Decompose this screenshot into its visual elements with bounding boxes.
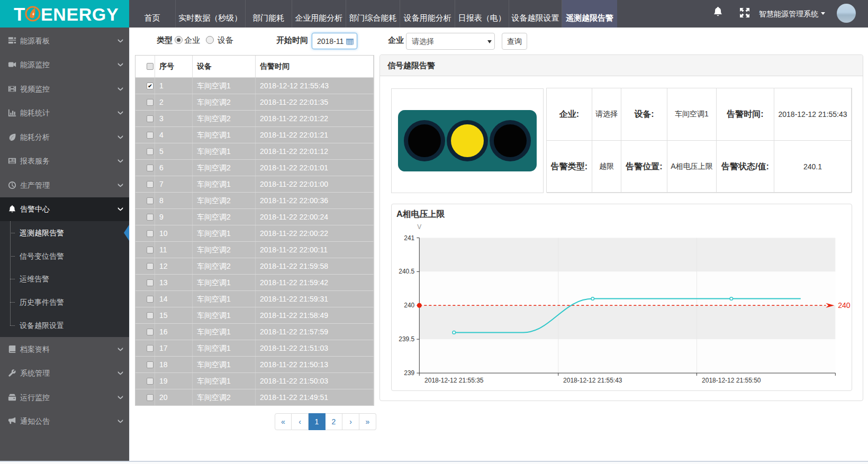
svg-text:240: 240 — [838, 301, 851, 310]
svg-text:ENERGY: ENERGY — [41, 4, 119, 24]
svg-text:240.5: 240.5 — [399, 268, 414, 275]
svg-text:241: 241 — [404, 234, 414, 242]
svg-text:2018-12-12 21:55:43: 2018-12-12 21:55:43 — [563, 377, 622, 384]
svg-text:2018-12-12 21:55:50: 2018-12-12 21:55:50 — [702, 377, 761, 384]
svg-text:239.5: 239.5 — [399, 335, 414, 343]
svg-text:V: V — [417, 223, 421, 231]
svg-text:240: 240 — [404, 302, 414, 309]
svg-text:2018-12-12 21:55:35: 2018-12-12 21:55:35 — [424, 377, 484, 384]
svg-text:T: T — [14, 4, 25, 24]
svg-text:239: 239 — [404, 369, 414, 377]
